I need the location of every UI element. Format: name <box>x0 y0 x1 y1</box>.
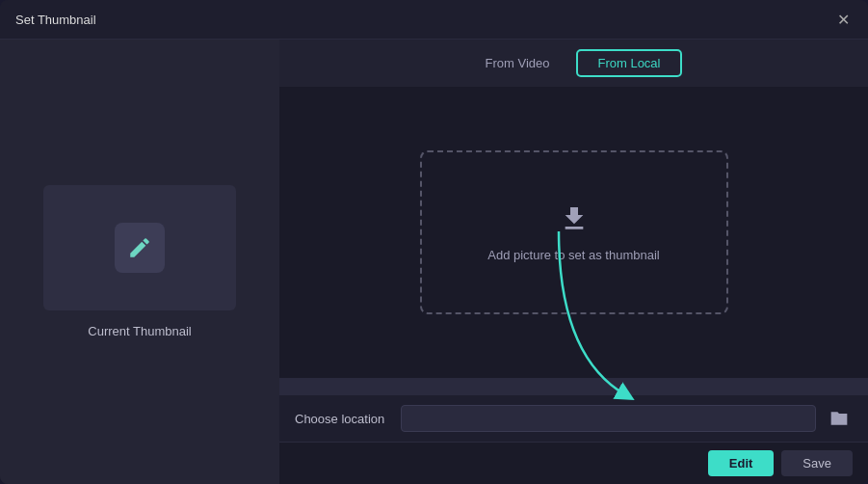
pencil-icon <box>127 235 152 260</box>
tab-from-video[interactable]: From Video <box>466 51 569 75</box>
thumbnail-preview <box>43 185 236 310</box>
drop-text: Add picture to set as thumbnail <box>487 248 660 262</box>
download-icon <box>559 203 590 234</box>
edit-button[interactable]: Edit <box>708 450 775 476</box>
location-label: Choose location <box>295 412 391 426</box>
main-area: Add picture to set as thumbnail <box>279 87 868 378</box>
thumbnail-edit-icon-box <box>115 223 165 273</box>
tab-from-local[interactable]: From Local <box>576 49 681 77</box>
folder-browse-button[interactable] <box>826 405 853 432</box>
set-thumbnail-dialog: Set Thumbnail ✕ Current Thumbnail From V… <box>0 0 868 484</box>
close-button[interactable]: ✕ <box>833 10 853 29</box>
right-panel: From Video From Local Add picture to set… <box>279 40 868 484</box>
location-input[interactable] <box>401 405 816 432</box>
left-panel: Current Thumbnail <box>0 40 279 484</box>
location-row: Choose location <box>279 395 868 442</box>
title-bar: Set Thumbnail ✕ <box>0 0 868 40</box>
thumbnail-label: Current Thumbnail <box>88 324 191 338</box>
content-area: Current Thumbnail From Video From Local … <box>0 40 868 484</box>
folder-icon <box>829 409 849 428</box>
dialog-title: Set Thumbnail <box>15 13 96 27</box>
tab-bar: From Video From Local <box>279 40 868 87</box>
separator-bar <box>279 378 868 395</box>
drop-icon <box>559 203 590 238</box>
save-button[interactable]: Save <box>781 450 853 476</box>
footer-bar: Edit Save <box>279 442 868 484</box>
drop-zone[interactable]: Add picture to set as thumbnail <box>420 150 728 314</box>
